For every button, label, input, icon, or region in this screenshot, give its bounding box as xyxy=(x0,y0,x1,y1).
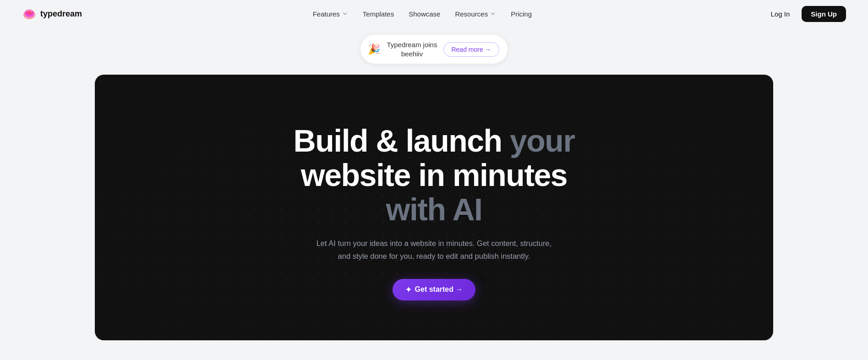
nav-showcase[interactable]: Showcase xyxy=(402,6,447,22)
chevron-down-icon xyxy=(490,11,496,17)
nav-features[interactable]: Features xyxy=(306,6,355,22)
read-more-button[interactable]: Read more → xyxy=(443,42,499,57)
logo-text: typedream xyxy=(40,9,82,19)
hero-headline: Build & launch your website in minutes w… xyxy=(278,124,590,226)
logo-icon xyxy=(22,6,37,21)
sparkle-icon: ✦ xyxy=(405,285,411,294)
nav-resources[interactable]: Resources xyxy=(448,6,502,22)
nav-actions: Log In Sign Up xyxy=(763,6,846,22)
signup-button[interactable]: Sign Up xyxy=(802,6,846,22)
announcement-pill: 🎉 Typedream joins beehiiv Read more → xyxy=(360,35,507,64)
get-started-button[interactable]: ✦ Get started → xyxy=(393,279,476,300)
hero-content: Build & launch your website in minutes w… xyxy=(278,124,590,300)
hero-subtext: Let AI turn your ideas into a website in… xyxy=(315,237,553,262)
announcement-text: Typedream joins beehiiv xyxy=(387,40,437,58)
nav-pricing[interactable]: Pricing xyxy=(504,6,538,22)
nav-templates[interactable]: Templates xyxy=(356,6,400,22)
hero-section: Build & launch your website in minutes w… xyxy=(95,75,773,340)
announcement-emoji: 🎉 xyxy=(368,44,380,55)
login-button[interactable]: Log In xyxy=(763,6,798,22)
logo[interactable]: typedream xyxy=(22,6,82,21)
nav-links: Features Templates Showcase Resources Pr… xyxy=(306,6,538,22)
announcement-wrapper: 🎉 Typedream joins beehiiv Read more → xyxy=(0,27,868,75)
chevron-down-icon xyxy=(342,11,348,17)
navbar: typedream Features Templates Showcase Re… xyxy=(0,0,868,27)
